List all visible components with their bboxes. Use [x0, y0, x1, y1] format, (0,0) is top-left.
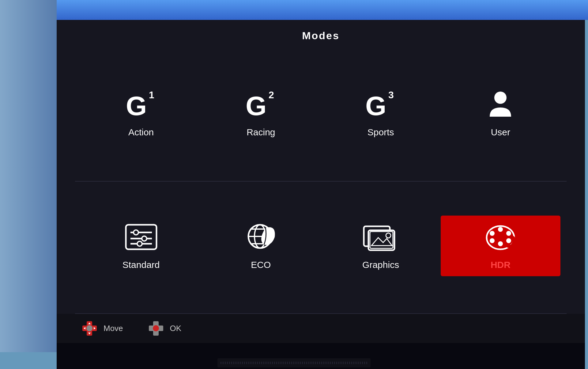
svg-point-6: [494, 92, 507, 104]
racing-icon: G 2: [244, 89, 278, 121]
action-icon: G 1: [124, 89, 158, 121]
standard-label: Standard: [123, 260, 160, 270]
svg-text:2: 2: [269, 89, 274, 100]
svg-point-34: [86, 325, 92, 331]
svg-point-11: [142, 236, 147, 241]
svg-text:1: 1: [149, 89, 154, 100]
svg-point-13: [137, 241, 142, 246]
svg-point-25: [498, 227, 503, 232]
mode-standard[interactable]: Standard: [81, 216, 201, 276]
user-icon: [485, 89, 516, 121]
ok-label: OK: [170, 324, 182, 333]
svg-point-27: [506, 238, 511, 243]
hdr-icon: [484, 222, 517, 254]
sports-label: Sports: [368, 127, 394, 137]
mode-hdr[interactable]: HDR: [441, 216, 560, 276]
mode-action[interactable]: G 1 Action: [81, 83, 201, 144]
bottom-row: Standard ECO: [57, 182, 585, 314]
sports-icon: G 3: [364, 89, 398, 121]
action-label: Action: [128, 127, 154, 137]
nav-bar: Move OK: [57, 314, 585, 343]
svg-text:G: G: [246, 91, 266, 120]
svg-point-24: [490, 231, 495, 236]
panel-title: Modes: [57, 20, 585, 49]
svg-text:G: G: [126, 91, 147, 120]
svg-point-26: [506, 231, 511, 236]
dpad-ok-icon: [148, 320, 164, 337]
graphics-icon: [362, 222, 399, 254]
mode-eco[interactable]: ECO: [201, 216, 321, 276]
svg-text:G: G: [365, 91, 386, 120]
main-panel: Modes G 1 Action G 2: [57, 20, 585, 343]
nav-ok: OK: [148, 320, 182, 337]
svg-point-43: [153, 325, 159, 331]
svg-point-9: [134, 230, 138, 235]
mode-racing[interactable]: G 2 Racing: [201, 83, 321, 144]
mode-sports[interactable]: G 3 Sports: [321, 83, 441, 144]
standard-icon: [124, 222, 158, 254]
move-label: Move: [104, 324, 123, 333]
hdr-label: HDR: [491, 260, 511, 270]
svg-point-28: [498, 241, 503, 246]
eco-label: ECO: [251, 260, 271, 270]
graphics-label: Graphics: [362, 260, 399, 270]
svg-text:3: 3: [388, 89, 394, 100]
svg-point-29: [490, 238, 495, 243]
nav-move: Move: [81, 320, 123, 337]
mode-graphics[interactable]: Graphics: [321, 216, 441, 276]
racing-label: Racing: [247, 127, 275, 137]
user-label: User: [491, 127, 510, 137]
mode-user[interactable]: User: [441, 83, 560, 144]
dpad-move-icon: [81, 320, 98, 337]
top-row: G 1 Action G 2 Racing: [57, 49, 585, 181]
eco-icon: [244, 222, 278, 254]
